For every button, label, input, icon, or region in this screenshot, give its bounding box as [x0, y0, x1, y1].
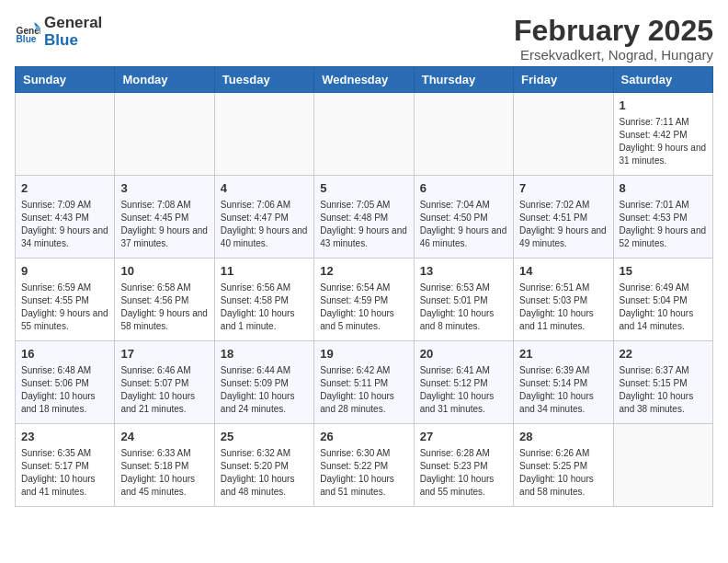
day-info: Sunrise: 7:05 AM Sunset: 4:48 PM Dayligh…: [320, 199, 407, 250]
day-number: 27: [420, 429, 507, 445]
calendar-cell: [214, 93, 313, 176]
day-number: 16: [21, 346, 108, 362]
day-info: Sunrise: 6:58 AM Sunset: 4:56 PM Dayligh…: [120, 282, 208, 333]
calendar-cell: [414, 93, 513, 176]
weekday-header: Tuesday: [214, 67, 313, 93]
day-info: Sunrise: 7:02 AM Sunset: 4:51 PM Dayligh…: [519, 199, 607, 250]
calendar-cell: 5Sunrise: 7:05 AM Sunset: 4:48 PM Daylig…: [314, 176, 414, 259]
day-number: 11: [221, 263, 308, 280]
calendar-cell: 3Sunrise: 7:08 AM Sunset: 4:45 PM Daylig…: [115, 176, 214, 259]
day-info: Sunrise: 6:59 AM Sunset: 4:55 PM Dayligh…: [21, 282, 108, 333]
page-header: General Blue General Blue February 2025 …: [15, 15, 713, 63]
day-number: 17: [120, 346, 208, 362]
calendar-cell: 25Sunrise: 6:32 AM Sunset: 5:20 PM Dayli…: [214, 424, 313, 507]
calendar-cell: 11Sunrise: 6:56 AM Sunset: 4:58 PM Dayli…: [214, 259, 313, 341]
day-info: Sunrise: 6:49 AM Sunset: 5:04 PM Dayligh…: [620, 282, 707, 333]
day-info: Sunrise: 6:42 AM Sunset: 5:11 PM Dayligh…: [320, 364, 407, 416]
day-number: 23: [21, 429, 108, 445]
day-info: Sunrise: 6:54 AM Sunset: 4:59 PM Dayligh…: [320, 282, 407, 333]
calendar-cell: 4Sunrise: 7:06 AM Sunset: 4:47 PM Daylig…: [214, 176, 313, 259]
calendar-week-row: 2Sunrise: 7:09 AM Sunset: 4:43 PM Daylig…: [16, 176, 713, 259]
day-number: 25: [221, 429, 308, 445]
day-info: Sunrise: 7:04 AM Sunset: 4:50 PM Dayligh…: [420, 199, 507, 250]
day-number: 19: [320, 346, 407, 362]
day-info: Sunrise: 6:48 AM Sunset: 5:06 PM Dayligh…: [21, 364, 108, 416]
day-info: Sunrise: 6:30 AM Sunset: 5:22 PM Dayligh…: [320, 447, 407, 499]
calendar-cell: 26Sunrise: 6:30 AM Sunset: 5:22 PM Dayli…: [314, 424, 414, 507]
calendar-table: SundayMondayTuesdayWednesdayThursdayFrid…: [15, 66, 713, 507]
calendar-cell: 12Sunrise: 6:54 AM Sunset: 4:59 PM Dayli…: [314, 259, 414, 341]
calendar-cell: 7Sunrise: 7:02 AM Sunset: 4:51 PM Daylig…: [514, 176, 613, 259]
day-number: 12: [320, 263, 407, 280]
day-number: 3: [120, 180, 208, 197]
calendar-cell: 19Sunrise: 6:42 AM Sunset: 5:11 PM Dayli…: [314, 341, 414, 424]
day-info: Sunrise: 6:35 AM Sunset: 5:17 PM Dayligh…: [21, 447, 108, 499]
calendar-cell: 27Sunrise: 6:28 AM Sunset: 5:23 PM Dayli…: [414, 424, 513, 507]
logo-blue-text: Blue: [44, 32, 102, 50]
day-info: Sunrise: 6:39 AM Sunset: 5:14 PM Dayligh…: [519, 364, 607, 416]
calendar-cell: 9Sunrise: 6:59 AM Sunset: 4:55 PM Daylig…: [16, 259, 115, 341]
day-info: Sunrise: 6:26 AM Sunset: 5:25 PM Dayligh…: [519, 447, 607, 499]
day-number: 6: [420, 180, 507, 197]
day-info: Sunrise: 6:41 AM Sunset: 5:12 PM Dayligh…: [420, 364, 507, 416]
weekday-header: Thursday: [414, 67, 513, 93]
day-info: Sunrise: 7:11 AM Sunset: 4:42 PM Dayligh…: [620, 116, 707, 167]
day-info: Sunrise: 7:09 AM Sunset: 4:43 PM Dayligh…: [21, 199, 108, 250]
day-info: Sunrise: 6:37 AM Sunset: 5:15 PM Dayligh…: [620, 364, 707, 416]
calendar-cell: 17Sunrise: 6:46 AM Sunset: 5:07 PM Dayli…: [115, 341, 214, 424]
day-number: 2: [21, 180, 108, 197]
day-number: 22: [620, 346, 707, 362]
calendar-cell: 1Sunrise: 7:11 AM Sunset: 4:42 PM Daylig…: [613, 93, 712, 176]
calendar-cell: [613, 424, 712, 507]
calendar-week-row: 23Sunrise: 6:35 AM Sunset: 5:17 PM Dayli…: [16, 424, 713, 507]
day-info: Sunrise: 6:44 AM Sunset: 5:09 PM Dayligh…: [221, 364, 308, 416]
weekday-header: Friday: [514, 67, 613, 93]
weekday-header-row: SundayMondayTuesdayWednesdayThursdayFrid…: [16, 67, 713, 93]
calendar-cell: 6Sunrise: 7:04 AM Sunset: 4:50 PM Daylig…: [414, 176, 513, 259]
day-number: 21: [519, 346, 607, 362]
weekday-header: Saturday: [613, 67, 712, 93]
calendar-cell: 15Sunrise: 6:49 AM Sunset: 5:04 PM Dayli…: [613, 259, 712, 341]
logo-icon: General Blue: [15, 19, 40, 45]
day-info: Sunrise: 6:56 AM Sunset: 4:58 PM Dayligh…: [221, 282, 308, 333]
calendar-title: February 2025: [514, 15, 713, 47]
weekday-header: Monday: [115, 67, 214, 93]
day-number: 10: [120, 263, 208, 280]
day-number: 18: [221, 346, 308, 362]
calendar-subtitle: Ersekvadkert, Nograd, Hungary: [514, 47, 713, 63]
day-number: 4: [221, 180, 308, 197]
logo-general-text: General: [44, 15, 102, 32]
calendar-cell: 22Sunrise: 6:37 AM Sunset: 5:15 PM Dayli…: [613, 341, 712, 424]
day-number: 24: [120, 429, 208, 445]
day-number: 15: [620, 263, 707, 280]
day-number: 9: [21, 263, 108, 280]
weekday-header: Wednesday: [314, 67, 414, 93]
calendar-week-row: 1Sunrise: 7:11 AM Sunset: 4:42 PM Daylig…: [16, 93, 713, 176]
logo: General Blue General Blue: [15, 15, 102, 49]
day-info: Sunrise: 7:01 AM Sunset: 4:53 PM Dayligh…: [620, 199, 707, 250]
calendar-cell: 18Sunrise: 6:44 AM Sunset: 5:09 PM Dayli…: [214, 341, 313, 424]
day-info: Sunrise: 6:33 AM Sunset: 5:18 PM Dayligh…: [120, 447, 208, 499]
weekday-header: Sunday: [16, 67, 115, 93]
day-info: Sunrise: 6:32 AM Sunset: 5:20 PM Dayligh…: [221, 447, 308, 499]
day-number: 7: [519, 180, 607, 197]
day-number: 28: [519, 429, 607, 445]
day-info: Sunrise: 6:53 AM Sunset: 5:01 PM Dayligh…: [420, 282, 507, 333]
day-info: Sunrise: 6:46 AM Sunset: 5:07 PM Dayligh…: [120, 364, 208, 416]
calendar-cell: [115, 93, 214, 176]
svg-text:Blue: Blue: [17, 34, 37, 44]
calendar-cell: [16, 93, 115, 176]
day-number: 5: [320, 180, 407, 197]
calendar-cell: 20Sunrise: 6:41 AM Sunset: 5:12 PM Dayli…: [414, 341, 513, 424]
calendar-cell: 10Sunrise: 6:58 AM Sunset: 4:56 PM Dayli…: [115, 259, 214, 341]
day-number: 8: [620, 180, 707, 197]
calendar-cell: 2Sunrise: 7:09 AM Sunset: 4:43 PM Daylig…: [16, 176, 115, 259]
calendar-cell: 23Sunrise: 6:35 AM Sunset: 5:17 PM Dayli…: [16, 424, 115, 507]
calendar-cell: 8Sunrise: 7:01 AM Sunset: 4:53 PM Daylig…: [613, 176, 712, 259]
day-number: 1: [620, 98, 707, 114]
day-number: 26: [320, 429, 407, 445]
calendar-cell: 13Sunrise: 6:53 AM Sunset: 5:01 PM Dayli…: [414, 259, 513, 341]
title-block: February 2025 Ersekvadkert, Nograd, Hung…: [514, 15, 713, 63]
calendar-cell: 24Sunrise: 6:33 AM Sunset: 5:18 PM Dayli…: [115, 424, 214, 507]
calendar-week-row: 9Sunrise: 6:59 AM Sunset: 4:55 PM Daylig…: [16, 259, 713, 341]
